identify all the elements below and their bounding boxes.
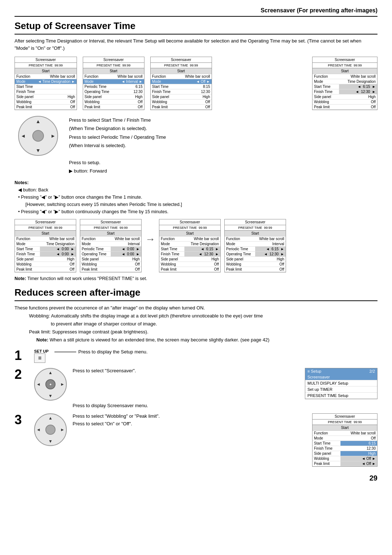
step-1-row: 1 SET UP ≡ Press to display the Setup me… — [15, 349, 377, 363]
note-timer-text: Timer function will not work unless "PRE… — [26, 276, 147, 281]
notes-title: Notes: — [15, 180, 29, 185]
reduces-text4: Note: When a still picture is viewed for… — [36, 336, 377, 344]
step-3-diagram: ▲ ▼ ◄ ► — [34, 413, 67, 446]
page: Screensaver (For preventing after-images… — [0, 0, 392, 555]
notes-section: Notes: ◀ button: Back • Pressing "◀" or … — [15, 179, 377, 215]
setup-item-present: PRESENT TIME Setup — [305, 393, 377, 399]
instructions-block: Press to select Start Time / Finish Time… — [69, 116, 377, 175]
note1: ◀ button: Back — [18, 186, 377, 194]
step-3-sub: Press to select "On" or "Off". — [73, 421, 306, 426]
instr-line3: Press to select Periodic Time / Operatin… — [69, 133, 377, 141]
setup-button[interactable]: ≡ — [34, 353, 45, 363]
ss-table-bottom: Screensaver PRESENT TIME 99:99 Start Fun… — [312, 413, 377, 467]
reduces-text2: Wobbling: Automatically shifts the displ… — [29, 312, 377, 328]
header-title: Screensaver (For preventing after-images… — [261, 7, 377, 13]
setup-item-screensaver: Screensaver — [305, 374, 377, 380]
setup-panel-header: ≡ Setup — [307, 369, 321, 373]
note-timer-bold: Note: — [15, 276, 26, 281]
step-1-instruction: Press to display the Setup menu. — [78, 349, 148, 355]
notes-note2: [However, switching occurs every 15 minu… — [25, 201, 377, 208]
reduces-text3: Peak limit: Suppresses image contrast (p… — [29, 328, 377, 336]
button-diagram: ▲ ▼ ◄ ► — [15, 116, 62, 156]
page-number: 29 — [15, 474, 377, 482]
arrow-right: → — [145, 234, 155, 245]
ss-table-set2: Screensaver PRESENT TIME 99:99 Start Fun… — [80, 219, 142, 272]
step-3-instruction: Press to select "Wobbling" or "Peak limi… — [73, 413, 306, 419]
ss-table-result1: Screensaver PRESENT TIME 99:99 Start Fun… — [159, 219, 221, 272]
instr-line5: Press to setup. — [69, 158, 377, 167]
ss-table-3: Screensaver PRESENT TIME 99:99 Start Fun… — [150, 57, 212, 110]
step-3-number: 3 — [15, 413, 29, 426]
page-header: Screensaver (For preventing after-images… — [15, 7, 377, 17]
notes-note1: • Pressing "◀" or "▶" button once change… — [18, 194, 377, 201]
setup-item-timer: Set up TIMER — [305, 386, 377, 393]
ss-table-right: Screensaver PRESENT TIME 99:99 Start Fun… — [312, 57, 377, 110]
step-3-row: 3 ▲ ▼ ◄ ► Press to select "Wobbling" or … — [15, 413, 377, 467]
setup-icon: ≡ — [38, 355, 41, 361]
reduces-text: These functions prevent the occurrence o… — [15, 304, 377, 344]
note-timer: Note: Timer function will not work unles… — [15, 276, 377, 281]
setup-label: SET UP — [34, 349, 49, 353]
ss-table-result2: Screensaver PRESENT TIME 99:99 Start Fun… — [224, 219, 286, 272]
section1-title: Setup of Screensaver Time — [15, 20, 377, 35]
setup-panel: ≡ Setup 2/2 Screensaver MULTI DISPLAY Se… — [305, 368, 377, 399]
setup-panel-page: 2/2 — [369, 369, 375, 373]
step-1-number: 1 — [15, 349, 29, 362]
ss-table-2: Screensaver PRESENT TIME 99:99 Start Fun… — [83, 57, 144, 110]
reduces-text1: These functions prevent the occurrence o… — [15, 304, 377, 312]
step-2-instruction: Press to select "Screensaver". — [73, 368, 299, 373]
section1-intro: After selecting Time Designation or Inte… — [15, 37, 377, 52]
instr-line4: (When Interval is selected). — [69, 141, 377, 150]
steps-area: 1 SET UP ≡ Press to display the Setup me… — [15, 349, 377, 467]
setup-item-multi: MULTI DISPLAY Setup — [305, 380, 377, 386]
step-1-diagram: SET UP ≡ — [34, 349, 49, 363]
instr-line6: ▶ button: Forward — [69, 167, 377, 175]
step-2-sub: Press to display Screensaver menu. — [73, 403, 377, 408]
instr-line2: (When Time Designation is selected). — [69, 124, 377, 133]
step-2-diagram: ▲ ▼ ◄ ► ✦ — [34, 368, 67, 401]
ss-table-1: Screensaver PRESENT TIME 99:99 Start Fun… — [15, 57, 77, 110]
notes-note3: • Pressing "◀" or "▶" button continuousl… — [18, 208, 377, 215]
step-2-row: 2 ▲ ▼ ◄ ► ✦ — [15, 368, 377, 408]
ss-table-set1: Screensaver PRESENT TIME 99:99 Start Fun… — [15, 219, 76, 272]
section2-title: Reduces screen after-image — [15, 287, 377, 301]
step-2-number: 2 — [15, 368, 29, 381]
instr-line1: Press to select Start Time / Finish Time — [69, 116, 377, 124]
